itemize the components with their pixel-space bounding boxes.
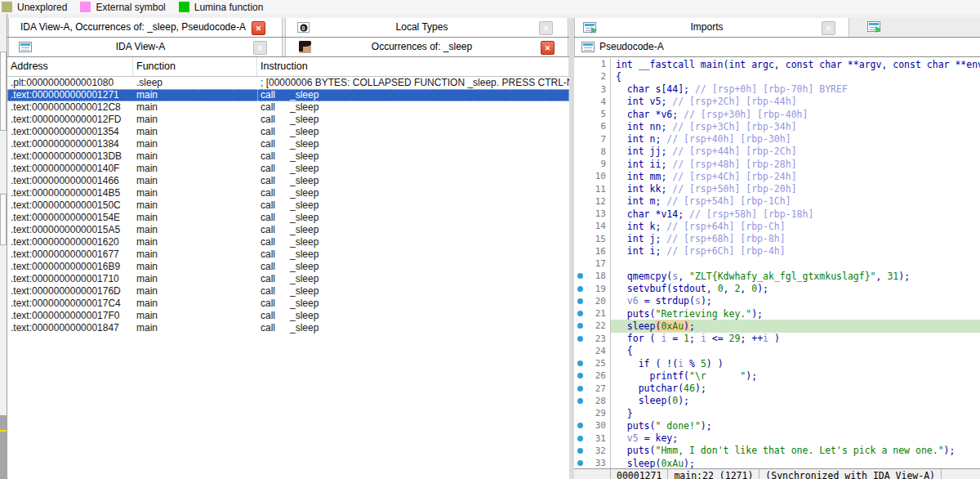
tab-occurrences[interactable]: Occurrences of: _sleep xyxy=(285,38,568,56)
code-gutter xyxy=(574,170,586,182)
column-header-instruction[interactable]: Instruction xyxy=(257,57,569,76)
code-gutter xyxy=(574,333,586,345)
code-line[interactable]: 14 int k; // [rsp+64h] [rbp-Ch] xyxy=(574,220,980,232)
code-line[interactable]: 15 int j; // [rsp+68h] [rbp-8h] xyxy=(574,233,980,245)
code-line[interactable]: 11 int kk; // [rsp+50h] [rbp-20h] xyxy=(574,183,980,195)
code-line[interactable]: 21 puts("Retrieving key."); xyxy=(574,307,980,320)
code-gutter xyxy=(574,133,586,145)
code-text: int k; // [rsp+64h] [rbp-Ch] xyxy=(610,220,980,232)
exports-tab-icon[interactable] xyxy=(867,21,880,32)
code-text: int j; // [rsp+68h] [rbp-8h] xyxy=(610,233,980,245)
code-line[interactable]: 3 char s[44]; // [rsp+0h] [rbp-70h] BYRE… xyxy=(574,83,980,96)
code-line[interactable]: 13 char *v14; // [rsp+58h] [rbp-18h] xyxy=(574,208,980,220)
table-row[interactable]: .text:0000000000001620maincall_sleep xyxy=(7,236,569,248)
line-number: 13 xyxy=(586,208,610,219)
code-line[interactable]: 30 puts(" done!"); xyxy=(574,419,980,432)
table-row[interactable]: .text:00000000000016B9maincall_sleep xyxy=(7,261,569,273)
code-line[interactable]: 18 qmemcpy(s, "ZLT{Kdwhafy_ak_fgl_gtxmku… xyxy=(574,270,980,282)
tab-label: IDA View-A xyxy=(29,38,252,56)
code-line[interactable]: 6 int nn; // [rsp+3Ch] [rbp-34h] xyxy=(574,120,980,132)
code-line[interactable]: 33 sleep(0xAu); xyxy=(574,457,980,469)
tab-imports[interactable]: Imports xyxy=(574,18,849,37)
tab-local-types[interactable]: Local Types xyxy=(285,18,568,37)
line-number: 2 xyxy=(586,71,610,82)
code-text: puts("Retrieving key."); xyxy=(610,307,980,320)
external-symbol-swatch xyxy=(80,2,91,12)
rail-segment xyxy=(0,51,7,131)
code-line[interactable]: 2{ xyxy=(574,70,980,83)
code-line[interactable]: 25 if ( !(i % 5) ) xyxy=(574,357,980,369)
item-mark-icon xyxy=(577,386,583,392)
address-cell: .text:000000000000140F xyxy=(7,163,133,175)
close-icon[interactable] xyxy=(822,21,835,35)
code-line[interactable]: 4 int v5; // [rsp+2Ch] [rbp-44h] xyxy=(574,96,980,108)
code-line[interactable]: 12 int m; // [rsp+54h] [rbp-1Ch] xyxy=(574,195,980,208)
table-row[interactable]: .text:000000000000154Emaincall_sleep xyxy=(7,212,569,224)
close-icon[interactable] xyxy=(252,21,265,35)
table-row[interactable]: .text:0000000000001847maincall_sleep xyxy=(7,322,569,334)
tab-ida-view-a[interactable]: IDA View-A xyxy=(8,38,283,56)
table-row[interactable]: .text:000000000000150Cmaincall_sleep xyxy=(7,199,569,212)
code-line[interactable]: 27 putchar(46); xyxy=(574,383,980,395)
table-row[interactable]: .text:00000000000012FDmaincall_sleep xyxy=(7,114,569,126)
line-number: 33 xyxy=(586,458,610,468)
address-cell: .text:00000000000012FD xyxy=(7,114,133,126)
code-gutter xyxy=(574,257,586,270)
tab-pseudocode-a[interactable]: Pseudocode-A xyxy=(574,38,980,56)
column-header-address[interactable]: Address xyxy=(7,57,133,76)
address-cell: .text:00000000000017F0 xyxy=(7,310,133,322)
table-row[interactable]: .text:0000000000001354maincall_sleep xyxy=(7,126,569,138)
code-line[interactable]: 24 { xyxy=(574,345,980,357)
table-row[interactable]: .text:0000000000001384maincall_sleep xyxy=(7,138,569,150)
instruction-cell: call_sleep xyxy=(257,224,569,236)
code-line[interactable]: 7 int n; // [rsp+40h] [rbp-30h] xyxy=(574,133,980,145)
close-icon[interactable] xyxy=(541,41,555,55)
code-line[interactable]: 19 setvbuf(stdout, 0, 2, 0); xyxy=(574,283,980,295)
code-line[interactable]: 32 puts("Hmm, I don't like that one. Let… xyxy=(574,445,980,457)
code-line[interactable]: 28 sleep(0); xyxy=(574,395,980,407)
code-text: char s[44]; // [rsp+0h] [rbp-70h] BYREF xyxy=(610,83,980,96)
table-row[interactable]: .text:0000000000001466maincall_sleep xyxy=(7,175,569,187)
code-line[interactable]: 16 int i; // [rsp+6Ch] [rbp-4h] xyxy=(574,245,980,257)
code-line[interactable]: 22 sleep(0xAu); xyxy=(574,320,980,332)
code-text: printf("\r "); xyxy=(610,369,980,382)
code-gutter xyxy=(574,357,586,369)
code-line[interactable]: 31 v5 = key; xyxy=(574,432,980,445)
code-line[interactable]: 17 xyxy=(574,257,980,270)
code-line[interactable]: 29 } xyxy=(574,407,980,419)
table-row[interactable]: .text:00000000000015A5maincall_sleep xyxy=(7,224,569,236)
code-line[interactable]: 23 for ( i = 1; i <= 29; ++i ) xyxy=(574,333,980,345)
column-header-function[interactable]: Function xyxy=(133,57,257,76)
code-line[interactable]: 8 int jj; // [rsp+44h] [rbp-2Ch] xyxy=(574,145,980,158)
code-line[interactable]: 9 int ii; // [rsp+48h] [rbp-28h] xyxy=(574,158,980,170)
table-row[interactable]: .text:0000000000001271maincall_sleep xyxy=(7,89,569,101)
line-number: 18 xyxy=(586,271,610,281)
rail-navband xyxy=(0,415,7,479)
table-row[interactable]: .text:0000000000001710maincall_sleep xyxy=(7,273,569,285)
function-cell: main xyxy=(133,187,257,199)
close-icon[interactable] xyxy=(539,21,553,35)
table-row[interactable]: .text:00000000000014B5maincall_sleep xyxy=(7,187,569,199)
code-line[interactable]: 1int __fastcall main(int argc, const cha… xyxy=(574,58,980,70)
table-row[interactable]: .text:00000000000012C8maincall_sleep xyxy=(7,101,569,114)
table-row[interactable]: .text:0000000000001677maincall_sleep xyxy=(7,248,569,261)
table-header: Address Function Instruction xyxy=(7,57,569,77)
code-line[interactable]: 26 printf("\r "); xyxy=(574,369,980,382)
address-cell: .text:00000000000013DB xyxy=(7,150,133,163)
code-line[interactable]: 5 char *v6; // [rsp+30h] [rbp-40h] xyxy=(574,108,980,120)
table-row[interactable]: .text:00000000000017F0maincall_sleep xyxy=(7,310,569,322)
code-gutter xyxy=(574,70,586,83)
table-row[interactable]: .text:000000000000176Dmaincall_sleep xyxy=(7,285,569,298)
code-line[interactable]: 10 int mm; // [rsp+4Ch] [rbp-24h] xyxy=(574,170,980,182)
table-row[interactable]: .text:000000000000140Fmaincall_sleep xyxy=(7,163,569,175)
table-row[interactable]: .text:00000000000017C4maincall_sleep xyxy=(7,298,569,310)
table-row[interactable]: .text:00000000000013DBmaincall_sleep xyxy=(7,150,569,163)
line-number: 32 xyxy=(586,445,610,456)
close-icon[interactable] xyxy=(253,41,267,55)
code-line[interactable]: 20 v6 = strdup(s); xyxy=(574,295,980,307)
table-row[interactable]: .plt:0000000000001080.sleep; [00000006 B… xyxy=(7,77,569,89)
instruction-cell: call_sleep xyxy=(257,89,569,101)
tab-group-ida-view[interactable]: IDA View-A, Occurrences of: _sleep, Pseu… xyxy=(8,18,283,37)
code-gutter xyxy=(574,445,586,457)
item-mark-icon xyxy=(577,298,583,304)
